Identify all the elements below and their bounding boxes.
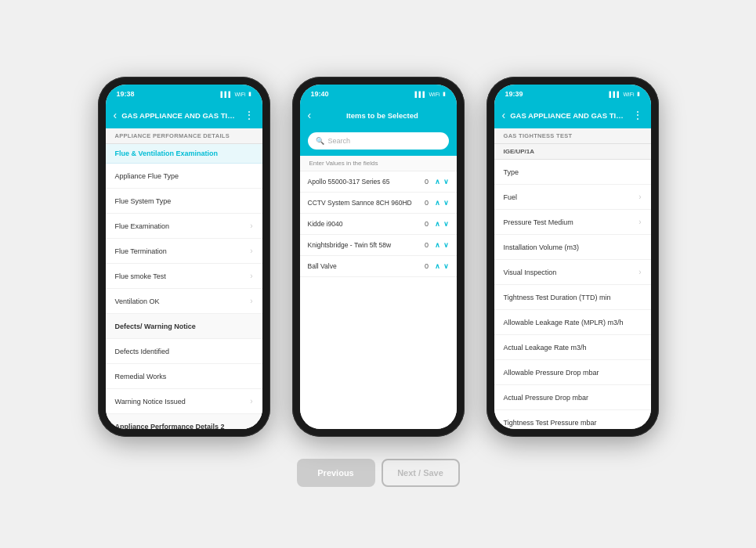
list-item: Defects/ Warning Notice [106, 314, 262, 339]
arrow-down-button[interactable]: ∨ [443, 199, 449, 207]
list-item[interactable]: CCTV System Sannce 8CH 960HD 0 ∧ ∨ [300, 193, 457, 214]
list-item-label: Type [504, 168, 642, 176]
arrow-up-button[interactable]: ∧ [435, 220, 440, 228]
search-input-container[interactable]: 🔍 Search [308, 132, 449, 150]
list-item[interactable]: Appliance Flue Type [106, 164, 262, 189]
previous-button[interactable]: Previous [297, 459, 375, 487]
list-item[interactable]: Remedial Works [106, 364, 262, 389]
phone1-nav-title: GAS APPLIANCE AND GAS TIGHTNESS CER... [121, 111, 238, 120]
list-item[interactable]: Flue smoke Test › [106, 264, 262, 289]
arrow-down-button[interactable]: ∨ [443, 241, 449, 249]
chevron-right-icon: › [250, 222, 252, 230]
arrow-up-button[interactable]: ∧ [435, 178, 440, 186]
list-item[interactable]: Visual Inspection › [494, 260, 651, 285]
phone2-nav-title: Items to be Selected [316, 111, 448, 120]
list-item[interactable]: Tightness Test Pressure mbar [494, 410, 651, 429]
phone3-nav-title: GAS APPLIANCE AND GAS TIGHTNESS CER... [510, 111, 627, 120]
phone2: 19:40 ▌▌▌ WiFi ▮ ‹ Items to be Selected … [292, 77, 465, 437]
item-name: CCTV System Sannce 8CH 960HD [308, 199, 422, 207]
list-item[interactable]: Ball Valve 0 ∧ ∨ [300, 256, 457, 277]
list-item-label: Warning Notice Issued [115, 398, 251, 406]
phone1-list: Appliance Flue Type Flue System Type Flu… [106, 164, 262, 429]
phone1-subheader: Flue & Ventilation Examination [106, 144, 262, 164]
list-item-label: Allowable Leakage Rate (MPLR) m3/h [504, 319, 642, 326]
arrow-up-button[interactable]: ∧ [435, 199, 440, 207]
list-item-label: Pressure Test Medium [504, 218, 639, 226]
phone3-time: 19:39 [505, 90, 523, 98]
arrow-down-button[interactable]: ∨ [443, 178, 449, 186]
bottom-buttons: Previous Next / Save [297, 459, 460, 487]
arrow-up-button[interactable]: ∧ [435, 262, 440, 270]
list-item[interactable]: Defects Identified [106, 339, 262, 364]
list-item-label: Defects Identified [115, 348, 253, 355]
list-item-label: Appliance Flue Type [115, 172, 253, 180]
list-item[interactable]: Apollo 55000-317 Series 65 0 ∧ ∨ [300, 171, 457, 193]
list-item-label: Remedial Works [115, 373, 253, 380]
phone2-time: 19:40 [311, 90, 329, 98]
phone1-menu-button[interactable]: ⋮ [244, 109, 255, 121]
phone1-back-button[interactable]: ‹ [114, 109, 118, 121]
phone2-status-bar: 19:40 ▌▌▌ WiFi ▮ [300, 85, 457, 102]
wifi-icon: WiFi [624, 92, 635, 97]
phone3-nav-bar: ‹ GAS APPLIANCE AND GAS TIGHTNESS CER...… [494, 102, 651, 128]
list-item[interactable]: Allowable Pressure Drop mbar [494, 360, 651, 385]
phone1: 19:38 ▌▌▌ WiFi ▮ ‹ GAS APPLIANCE AND GAS… [98, 77, 270, 437]
signal-icon: ▌▌▌ [221, 92, 233, 97]
search-placeholder: Search [328, 137, 351, 145]
item-count: 0 [422, 199, 432, 207]
list-item[interactable]: Warning Notice Issued › [106, 389, 262, 414]
list-item-label: Installation Volume (m3) [504, 243, 642, 251]
next-save-button[interactable]: Next / Save [382, 459, 460, 487]
phone1-section-header: APPLIANCE PERFORMANCE DETAILS [106, 128, 262, 144]
phone3-back-button[interactable]: ‹ [502, 109, 506, 121]
list-item[interactable]: Pressure Test Medium › [494, 210, 651, 235]
list-item-label: Actual Pressure Drop mbar [504, 394, 642, 402]
list-item-label: Appliance Performance Details 2 [115, 423, 253, 430]
search-icon: 🔍 [316, 137, 324, 145]
chevron-right-icon: › [250, 297, 252, 305]
list-item-label: Actual Leakage Rate m3/h [504, 344, 642, 352]
battery-icon: ▮ [637, 91, 640, 97]
signal-icon: ▌▌▌ [610, 92, 621, 97]
list-item-label: Flue System Type [115, 197, 253, 205]
list-item[interactable]: Ventilation OK › [106, 289, 262, 314]
phone3-screen: 19:39 ▌▌▌ WiFi ▮ ‹ GAS APPLIANCE AND GAS… [494, 85, 651, 429]
list-item[interactable]: Tightness Test Duration (TTD) min [494, 285, 651, 310]
list-item[interactable]: Flue System Type [106, 189, 262, 214]
phone3-menu-button[interactable]: ⋮ [632, 109, 643, 121]
item-controls: 0 ∧ ∨ [422, 220, 449, 228]
list-item[interactable]: Fuel › [494, 185, 651, 210]
enter-values-label: Enter Values in the fields [300, 156, 457, 171]
phone2-back-button[interactable]: ‹ [308, 109, 312, 121]
battery-icon: ▮ [248, 91, 251, 97]
list-item[interactable]: Knightsbridge - Twin 5ft 58w 0 ∧ ∨ [300, 235, 457, 256]
arrow-up-button[interactable]: ∧ [435, 241, 440, 249]
list-item-label: Flue smoke Test [115, 272, 251, 280]
item-name: Ball Valve [308, 262, 422, 270]
wifi-icon: WiFi [235, 92, 246, 97]
next-save-button-label: Next / Save [397, 468, 443, 478]
list-item[interactable]: Type [494, 160, 651, 185]
list-item[interactable]: Installation Volume (m3) [494, 235, 651, 260]
chevron-right-icon: › [250, 247, 252, 255]
phone2-status-icons: ▌▌▌ WiFi ▮ [415, 91, 446, 97]
item-count: 0 [422, 241, 432, 249]
list-item[interactable]: Actual Leakage Rate m3/h [494, 335, 651, 360]
arrow-down-button[interactable]: ∨ [443, 220, 449, 228]
list-item[interactable]: Kidde i9040 0 ∧ ∨ [300, 214, 457, 235]
arrow-down-button[interactable]: ∨ [443, 262, 449, 270]
list-item[interactable]: Flue Termination › [106, 239, 262, 264]
list-item-label: Fuel [504, 193, 639, 201]
wifi-icon: WiFi [429, 92, 440, 97]
item-count: 0 [422, 220, 432, 228]
phone1-status-icons: ▌▌▌ WiFi ▮ [221, 91, 251, 97]
chevron-right-icon: › [638, 193, 641, 201]
phone2-screen: 19:40 ▌▌▌ WiFi ▮ ‹ Items to be Selected … [300, 85, 457, 429]
phone2-search-bar: 🔍 Search [300, 128, 457, 156]
list-item[interactable]: Allowable Leakage Rate (MPLR) m3/h [494, 310, 651, 335]
list-item[interactable]: Actual Pressure Drop mbar [494, 385, 651, 410]
item-count: 0 [422, 262, 432, 270]
list-item[interactable]: Flue Examination › [106, 214, 262, 239]
item-count: 0 [422, 178, 432, 186]
list-item-label: Flue Termination [115, 247, 251, 255]
